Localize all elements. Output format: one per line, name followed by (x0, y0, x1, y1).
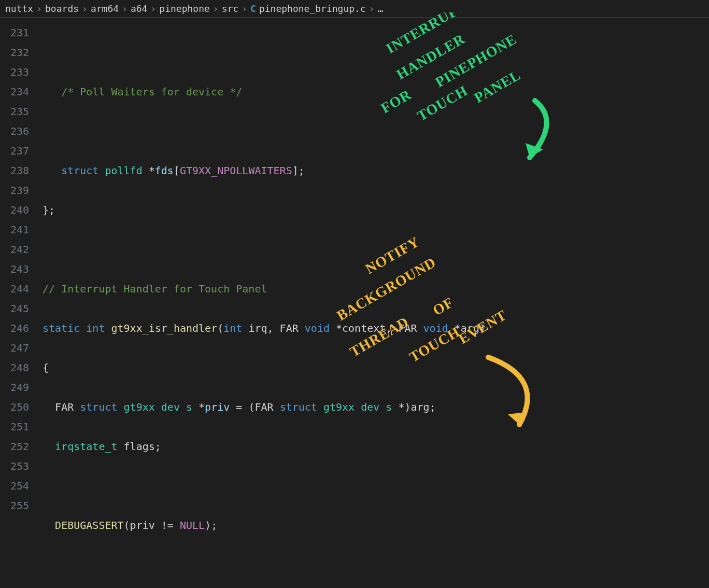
line-number: 235 (0, 102, 29, 121)
line-number: 236 (0, 121, 29, 141)
line-number: 242 (0, 240, 29, 259)
chevron-right-icon: › (150, 3, 156, 14)
line-number: 254 (0, 476, 29, 496)
line-number: 244 (0, 279, 29, 299)
breadcrumb-item[interactable]: a64 (131, 3, 148, 14)
chevron-right-icon: › (213, 3, 219, 14)
line-number: 233 (0, 62, 29, 82)
keyword-static: static (42, 322, 80, 334)
line-number: 253 (0, 456, 29, 476)
code-area[interactable]: /* Poll Waiters for device */ struct pol… (42, 18, 709, 588)
code-line[interactable]: { (42, 358, 709, 377)
code-line[interactable]: irqstate_t flags; (42, 437, 709, 456)
breadcrumb-trailing[interactable]: … (378, 3, 384, 14)
line-number: 245 (0, 299, 29, 318)
keyword-struct: struct (61, 164, 98, 177)
type-name: pollfd (105, 164, 142, 177)
line-number: 246 (0, 318, 29, 338)
breadcrumb-item[interactable]: arm64 (91, 3, 119, 14)
code-line[interactable]: /* Poll Waiters for device */ (42, 82, 709, 102)
code-editor[interactable]: 2312322332342352362372382392402412422432… (0, 18, 709, 588)
chevron-right-icon: › (82, 3, 88, 14)
line-number: 232 (0, 43, 29, 62)
code-line[interactable] (42, 555, 709, 575)
variable: fds (155, 164, 174, 177)
code-line[interactable]: FAR struct gt9xx_dev_s *priv = (FAR stru… (42, 397, 709, 417)
line-number: 234 (0, 82, 29, 102)
comment: // Interrupt Handler for Touch Panel (42, 283, 267, 295)
chevron-right-icon: › (36, 3, 42, 14)
line-number: 239 (0, 180, 29, 200)
function-name: gt9xx_isr_handler (111, 322, 217, 334)
line-number: 252 (0, 437, 29, 456)
code-line[interactable]: struct pollfd *fds[GT9XX_NPOLLWAITERS]; (42, 161, 709, 180)
line-number: 247 (0, 338, 29, 358)
code-line[interactable] (42, 240, 709, 259)
line-number: 243 (0, 259, 29, 279)
breadcrumb-item[interactable]: src (222, 3, 239, 14)
code-line[interactable] (42, 476, 709, 496)
line-number: 250 (0, 397, 29, 417)
chevron-right-icon: › (369, 3, 375, 14)
code-line[interactable] (42, 121, 709, 141)
breadcrumb-item[interactable]: pinephone (159, 3, 210, 14)
chevron-right-icon: › (122, 3, 127, 14)
breadcrumb[interactable]: nuttx› boards› arm64› a64› pinephone› sr… (0, 0, 709, 18)
chevron-right-icon: › (242, 3, 247, 14)
line-number: 249 (0, 377, 29, 397)
breadcrumb-item[interactable]: nuttx (5, 3, 33, 14)
line-number: 241 (0, 220, 29, 240)
line-number: 255 (0, 496, 29, 515)
keyword-int: int (86, 322, 105, 334)
breadcrumb-item[interactable]: boards (45, 3, 79, 14)
breadcrumb-file[interactable]: pinephone_bringup.c (259, 3, 366, 14)
line-number: 237 (0, 141, 29, 161)
line-number: 240 (0, 200, 29, 220)
c-file-icon: C (250, 3, 256, 14)
code-line[interactable]: }; (42, 200, 709, 220)
code-line[interactable]: // Interrupt Handler for Touch Panel (42, 279, 709, 299)
line-number-gutter: 2312322332342352362372382392402412422432… (0, 18, 42, 588)
line-number: 238 (0, 161, 29, 180)
macro: GT9XX_NPOLLWAITERS (180, 164, 292, 177)
comment: /* Poll Waiters for device */ (61, 86, 242, 98)
code-line[interactable]: DEBUGASSERT(priv != NULL); (42, 515, 709, 535)
line-number: 231 (0, 23, 29, 43)
line-number: 251 (0, 417, 29, 437)
code-line[interactable] (42, 43, 709, 62)
line-number: 248 (0, 358, 29, 377)
code-line[interactable]: static int gt9xx_isr_handler(int irq, FA… (42, 318, 709, 338)
